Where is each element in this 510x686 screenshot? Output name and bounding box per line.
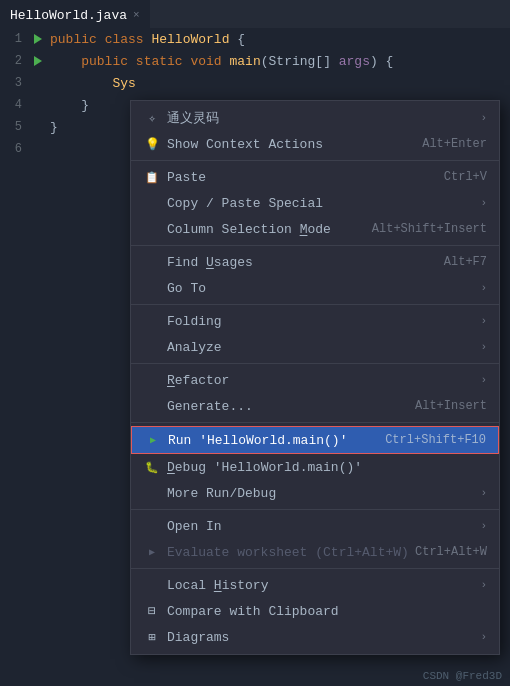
separator-5	[131, 422, 499, 423]
line-number-1: 1	[0, 32, 30, 46]
analyze-label: Analyze	[167, 340, 222, 355]
watermark: CSDN @Fred3D	[423, 670, 502, 682]
tab-bar: HelloWorld.java ×	[0, 0, 510, 28]
tongyi-submenu-arrow: ›	[480, 112, 487, 124]
analyze-icon	[143, 338, 161, 356]
copy-paste-label: Copy / Paste Special	[167, 196, 323, 211]
tab-helloworld[interactable]: HelloWorld.java ×	[0, 0, 150, 28]
paste-label: Paste	[167, 170, 206, 185]
generate-label: Generate...	[167, 399, 253, 414]
paste-shortcut: Ctrl+V	[444, 170, 487, 184]
menu-item-folding[interactable]: Folding ›	[131, 308, 499, 334]
tab-close-button[interactable]: ×	[133, 9, 140, 21]
code-line-3: 3 Sys	[0, 72, 510, 94]
separator-3	[131, 304, 499, 305]
separator-7	[131, 568, 499, 569]
menu-item-more-run[interactable]: More Run/Debug ›	[131, 480, 499, 506]
code-content-5: }	[46, 120, 58, 135]
more-run-label: More Run/Debug	[167, 486, 276, 501]
menu-item-generate[interactable]: Generate... Alt+Insert	[131, 393, 499, 419]
debug-icon: 🐛	[143, 458, 161, 476]
run-icon: ▶	[144, 431, 162, 449]
context-menu: ✧ 通义灵码 › 💡 Show Context Actions Alt+Ente…	[130, 100, 500, 655]
run-label: Run 'HelloWorld.main()'	[168, 433, 347, 448]
run-indicator-1	[30, 34, 46, 44]
separator-2	[131, 245, 499, 246]
column-selection-shortcut: Alt+Shift+Insert	[372, 222, 487, 236]
analyze-arrow: ›	[480, 341, 487, 353]
code-content-2: public static void main(String[] args) {	[46, 54, 393, 69]
menu-item-debug[interactable]: 🐛 Debug 'HelloWorld.main()'	[131, 454, 499, 480]
line-number-2: 2	[0, 54, 30, 68]
separator-6	[131, 509, 499, 510]
evaluate-label: Evaluate worksheet (Ctrl+Alt+W)	[167, 545, 409, 560]
paste-icon: 📋	[143, 168, 161, 186]
compare-clipboard-label: Compare with Clipboard	[167, 604, 339, 619]
menu-item-run[interactable]: ▶ Run 'HelloWorld.main()' Ctrl+Shift+F10	[131, 426, 499, 454]
open-in-arrow: ›	[480, 520, 487, 532]
folding-icon	[143, 312, 161, 330]
column-selection-label: Column Selection Mode	[167, 222, 331, 237]
go-to-arrow: ›	[480, 282, 487, 294]
diagrams-label: Diagrams	[167, 630, 229, 645]
evaluate-icon: ▶	[143, 543, 161, 561]
diagrams-icon: ⊞	[143, 628, 161, 646]
code-line-1: 1 public class HelloWorld {	[0, 28, 510, 50]
context-actions-label: Show Context Actions	[167, 137, 323, 152]
generate-shortcut: Alt+Insert	[415, 399, 487, 413]
open-in-label: Open In	[167, 519, 222, 534]
code-content-1: public class HelloWorld {	[46, 32, 245, 47]
more-run-icon	[143, 484, 161, 502]
code-content-3: Sys	[46, 76, 136, 91]
folding-arrow: ›	[480, 315, 487, 327]
find-usages-label: Find Usages	[167, 255, 253, 270]
folding-label: Folding	[167, 314, 222, 329]
refactor-icon	[143, 371, 161, 389]
debug-label: Debug 'HelloWorld.main()'	[167, 460, 362, 475]
go-to-label: Go To	[167, 281, 206, 296]
menu-item-paste[interactable]: 📋 Paste Ctrl+V	[131, 164, 499, 190]
diagrams-arrow: ›	[480, 631, 487, 643]
menu-item-column-selection[interactable]: Column Selection Mode Alt+Shift+Insert	[131, 216, 499, 242]
menu-item-local-history[interactable]: Local History ›	[131, 572, 499, 598]
copy-paste-icon	[143, 194, 161, 212]
more-run-arrow: ›	[480, 487, 487, 499]
menu-item-copy-paste-special[interactable]: Copy / Paste Special ›	[131, 190, 499, 216]
run-shortcut: Ctrl+Shift+F10	[385, 433, 486, 447]
tongyi-label: 通义灵码	[167, 109, 219, 127]
menu-item-evaluate: ▶ Evaluate worksheet (Ctrl+Alt+W) Ctrl+A…	[131, 539, 499, 565]
tab-label: HelloWorld.java	[10, 8, 127, 23]
tongyi-icon: ✧	[143, 109, 161, 127]
line-number-6: 6	[0, 142, 30, 156]
find-usages-icon	[143, 253, 161, 271]
refactor-arrow: ›	[480, 374, 487, 386]
menu-item-compare-clipboard[interactable]: ⊟ Compare with Clipboard	[131, 598, 499, 624]
menu-item-refactor[interactable]: Refactor ›	[131, 367, 499, 393]
menu-item-diagrams[interactable]: ⊞ Diagrams ›	[131, 624, 499, 650]
local-history-icon	[143, 576, 161, 594]
compare-clipboard-icon: ⊟	[143, 602, 161, 620]
go-to-icon	[143, 279, 161, 297]
run-indicator-2	[30, 56, 46, 66]
local-history-arrow: ›	[480, 579, 487, 591]
line-number-5: 5	[0, 120, 30, 134]
open-in-icon	[143, 517, 161, 535]
copy-paste-arrow: ›	[480, 197, 487, 209]
find-usages-shortcut: Alt+F7	[444, 255, 487, 269]
menu-item-tongyi[interactable]: ✧ 通义灵码 ›	[131, 105, 499, 131]
menu-item-context-actions[interactable]: 💡 Show Context Actions Alt+Enter	[131, 131, 499, 157]
line-number-4: 4	[0, 98, 30, 112]
menu-item-analyze[interactable]: Analyze ›	[131, 334, 499, 360]
menu-item-open-in[interactable]: Open In ›	[131, 513, 499, 539]
evaluate-shortcut: Ctrl+Alt+W	[415, 545, 487, 559]
column-selection-icon	[143, 220, 161, 238]
generate-icon	[143, 397, 161, 415]
context-actions-icon: 💡	[143, 135, 161, 153]
separator-1	[131, 160, 499, 161]
line-number-3: 3	[0, 76, 30, 90]
code-content-4: }	[46, 98, 89, 113]
menu-item-go-to[interactable]: Go To ›	[131, 275, 499, 301]
menu-item-find-usages[interactable]: Find Usages Alt+F7	[131, 249, 499, 275]
context-actions-shortcut: Alt+Enter	[422, 137, 487, 151]
separator-4	[131, 363, 499, 364]
